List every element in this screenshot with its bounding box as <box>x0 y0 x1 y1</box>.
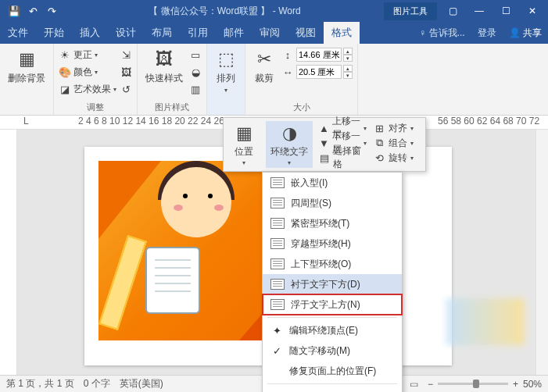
border-button[interactable]: ▭ <box>189 47 202 62</box>
status-language[interactable]: 英语(美国) <box>120 377 163 390</box>
wrap-front[interactable]: 浮于文字上方(N) <box>263 294 402 315</box>
tab-view[interactable]: 视图 <box>288 22 324 44</box>
group-label-arrange <box>212 113 240 115</box>
tab-design[interactable]: 设计 <box>108 22 144 44</box>
login-link[interactable]: 登录 <box>471 27 503 40</box>
wrap-behind[interactable]: 衬于文字下方(D) <box>263 274 402 294</box>
wrap-through[interactable]: 穿越型环绕(H) <box>263 233 402 254</box>
group-button[interactable]: ⧉组合 ▾ <box>373 136 421 150</box>
crop-icon: ✂ <box>253 48 275 70</box>
status-page[interactable]: 第 1 页，共 1 页 <box>6 377 74 390</box>
spin-up[interactable]: ▴ <box>343 48 353 55</box>
width-icon: ↔ <box>281 66 294 78</box>
tab-references[interactable]: 引用 <box>180 22 216 44</box>
tab-format[interactable]: 格式 <box>324 22 360 44</box>
zoom-level[interactable]: 50% <box>523 379 542 390</box>
redo-icon[interactable]: ↷ <box>44 3 59 19</box>
effects-icon: ◪ <box>59 83 71 95</box>
wrap-square[interactable]: 四周型(S) <box>263 193 402 213</box>
position-button[interactable]: ▦位置▾ <box>228 121 260 168</box>
position-label: 位置 <box>235 145 253 159</box>
wrap-fix-label: 修复页面上的位置(F) <box>289 365 376 378</box>
topbottom-icon <box>270 258 285 269</box>
change-icon: 🖼 <box>120 66 132 78</box>
vertical-ruler[interactable] <box>0 130 17 376</box>
wrap-topbottom-label: 上下型环绕(O) <box>291 258 351 271</box>
view-web-icon[interactable]: ▭ <box>410 379 418 390</box>
zoom-slider[interactable] <box>438 383 508 385</box>
wrap-move-with-text[interactable]: ✓随文字移动(M) <box>263 340 402 361</box>
group-icon: ⧉ <box>373 137 385 149</box>
layout-button[interactable]: ▥ <box>189 81 202 97</box>
align-icon: ⊞ <box>373 122 385 134</box>
wrap-topbottom[interactable]: 上下型环绕(O) <box>263 254 402 274</box>
tab-file[interactable]: 文件 <box>0 22 36 44</box>
spin-down[interactable]: ▾ <box>343 72 353 79</box>
width-input[interactable]: ▴▾ <box>296 65 353 79</box>
check-icon: ✓ <box>270 344 283 357</box>
corrections-button[interactable]: ☀更正 ▾ <box>59 47 116 62</box>
wrap-tight-label: 紧密型环绕(T) <box>291 217 349 230</box>
color-label: 颜色 <box>73 66 92 79</box>
align-button[interactable]: ⊞对齐 ▾ <box>373 121 421 135</box>
save-icon[interactable]: 💾 <box>6 3 22 19</box>
rotate-label: 旋转 <box>389 151 407 165</box>
tight-icon <box>270 218 285 229</box>
selection-pane-button[interactable]: ▤选择窗格 <box>319 151 367 165</box>
change-pic-button[interactable]: 🖼 <box>120 64 132 80</box>
wrap-tight[interactable]: 紧密型环绕(T) <box>263 213 402 233</box>
maximize-icon[interactable]: ☐ <box>495 3 517 19</box>
quick-styles-button[interactable]: 🖼 快速样式 <box>142 47 186 87</box>
share-button[interactable]: 👤 共享 <box>503 27 548 40</box>
zoom-in-icon[interactable]: + <box>513 379 518 390</box>
picfx-button[interactable]: ◒ <box>189 64 202 80</box>
arrange-label: 排列 <box>217 72 235 85</box>
wrap-inline[interactable]: 嵌入型(I) <box>263 173 402 193</box>
rotate-button[interactable]: ⟲旋转 ▾ <box>373 151 421 165</box>
zoom-out-icon[interactable]: − <box>428 379 433 390</box>
tab-mailings[interactable]: 邮件 <box>216 22 252 44</box>
artistic-effects-button[interactable]: ◪艺术效果 ▾ <box>59 81 116 97</box>
remove-bg-icon: ▦ <box>16 48 38 70</box>
crop-button[interactable]: ✂ 裁剪 <box>250 47 278 87</box>
wrap-edit-points[interactable]: ✦编辑环绕顶点(E) <box>263 320 402 340</box>
behind-icon <box>270 279 285 290</box>
compress-button[interactable]: ⇲ <box>120 47 132 62</box>
menu-separator <box>267 317 397 318</box>
group-label-styles: 图片样式 <box>142 102 202 115</box>
spin-up[interactable]: ▴ <box>343 65 353 72</box>
spin-down[interactable]: ▾ <box>343 55 353 62</box>
wrap-square-label: 四周型(S) <box>291 197 331 210</box>
height-icon: ↕ <box>281 48 294 61</box>
reset-pic-button[interactable]: ↺ <box>120 81 132 97</box>
wrap-text-menu: 嵌入型(I) 四周型(S) 紧密型环绕(T) 穿越型环绕(H) 上下型环绕(O)… <box>262 172 403 392</box>
remove-background-button[interactable]: ▦ 删除背景 <box>5 47 48 87</box>
minimize-icon[interactable]: ― <box>468 3 490 19</box>
wrap-through-label: 穿越型环绕(H) <box>291 237 351 251</box>
tab-insert[interactable]: 插入 <box>72 22 108 44</box>
status-words[interactable]: 0 个字 <box>84 377 110 390</box>
color-button[interactable]: 🎨颜色 ▾ <box>59 64 116 80</box>
tab-home[interactable]: 开始 <box>36 22 72 44</box>
reset-icon: ↺ <box>120 83 132 95</box>
wrap-edit-label: 编辑环绕顶点(E) <box>289 324 358 337</box>
menu-separator <box>267 383 397 384</box>
arrange-button[interactable]: ⬚ 排列▾ <box>212 47 240 95</box>
remove-bg-label: 删除背景 <box>8 72 45 85</box>
wrap-more-options[interactable]: ⊟其他布局选项(L)... <box>263 387 402 392</box>
undo-icon[interactable]: ↶ <box>25 3 41 19</box>
close-icon[interactable]: ✕ <box>521 3 543 19</box>
ribbon-opts-icon[interactable]: ▢ <box>442 3 464 19</box>
bring-forward-icon: ▲ <box>319 122 329 134</box>
tell-me[interactable]: ♀ 告诉我... <box>413 27 471 40</box>
wrap-text-button[interactable]: ◑环绕文字▾ <box>266 121 313 168</box>
tab-layout[interactable]: 布局 <box>144 22 180 44</box>
height-input[interactable]: ▴▾ <box>296 48 353 62</box>
wrap-fix-position[interactable]: 修复页面上的位置(F) <box>263 361 402 381</box>
vertical-scrollbar[interactable] <box>535 130 548 376</box>
palette-icon: 🎨 <box>59 66 71 78</box>
front-icon <box>270 299 285 310</box>
wrap-front-label: 浮于文字上方(N) <box>291 298 360 312</box>
effects-label: 艺术效果 <box>73 83 111 96</box>
tab-review[interactable]: 审阅 <box>252 22 288 44</box>
